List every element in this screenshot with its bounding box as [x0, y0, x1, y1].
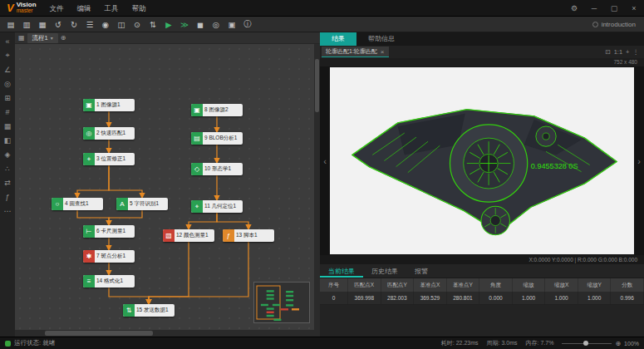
stop-icon[interactable]: ◼ — [193, 17, 208, 31]
table-row[interactable]: 0369.998282.003369.529280.8010.0001.0001… — [320, 292, 644, 305]
flow-node-14[interactable]: ≡14 格式化1 — [83, 275, 135, 288]
flow-node-label: 2 快速匹配1 — [95, 127, 135, 140]
prev-image-button[interactable]: ‹ — [320, 66, 330, 255]
flow-node-1[interactable]: ▣1 图像源1 — [83, 99, 135, 111]
module-icon: ○ — [52, 198, 63, 210]
flow-node-13[interactable]: ƒ13 脚本1 — [223, 229, 274, 242]
crosshair-icon[interactable]: + — [626, 48, 629, 56]
save-solution-icon[interactable]: ▦ — [35, 17, 50, 31]
module-icon: ▣ — [83, 99, 95, 111]
module-icon: ◎ — [83, 127, 95, 140]
defect-detection-icon[interactable]: ◈ — [0, 147, 15, 161]
add-flow-icon[interactable]: ⊕ — [61, 34, 66, 42]
collapse-icon[interactable]: « — [0, 34, 15, 48]
tab-history-result[interactable]: 历史结果 — [363, 264, 406, 278]
help-icon[interactable]: ⓘ — [240, 17, 255, 31]
module-list-icon[interactable]: ☰ — [82, 17, 97, 31]
zoom-percentage: 100% — [624, 341, 639, 347]
flow-minimap[interactable] — [253, 282, 310, 323]
communication-tools-icon[interactable]: ⇄ — [0, 175, 15, 189]
tab-alarm[interactable]: 报警 — [406, 264, 436, 278]
flow-tab[interactable]: 流程1 ▾ — [27, 33, 58, 43]
flow-node-label: 1 图像源1 — [95, 99, 135, 111]
undo-icon[interactable]: ↺ — [51, 17, 66, 31]
logic-tools-icon[interactable]: ∴ — [0, 161, 15, 175]
flow-list-icon[interactable]: ▦ — [18, 34, 25, 42]
redo-icon[interactable]: ↻ — [66, 17, 81, 31]
communication-icon[interactable]: ⇅ — [145, 17, 160, 31]
operation-interface-icon[interactable]: ▣ — [224, 17, 239, 31]
location-tools-icon[interactable]: ⌖ — [0, 48, 15, 62]
menu-item[interactable]: 编辑 — [71, 0, 98, 17]
measure-tools-icon[interactable]: ∠ — [0, 62, 15, 76]
table-cell: 1.000 — [545, 292, 578, 304]
flow-node-12[interactable]: ▧12 颜色测量1 — [163, 229, 214, 242]
magnifier-icon[interactable]: ⊕ — [615, 340, 621, 347]
part-drawing: 0.9455328 0S — [330, 67, 634, 254]
next-image-button[interactable]: › — [634, 66, 644, 255]
flow-node-6[interactable]: ⊢6 卡尺测量1 — [83, 225, 135, 238]
image-tab[interactable]: 轮廓匹配1:轮廓匹配 × — [322, 47, 389, 57]
minimize-icon[interactable]: ─ — [584, 0, 604, 17]
script-tools-icon[interactable]: ƒ — [0, 189, 15, 204]
flow-node-8[interactable]: ▣8 图像源2 — [191, 104, 243, 116]
flow-node-10[interactable]: ◇10 形态学1 — [191, 163, 243, 175]
tab-help-info[interactable]: 帮助信息 — [356, 32, 406, 46]
run-continuous-icon[interactable]: ≫ — [177, 17, 192, 31]
menu-item[interactable]: 帮助 — [125, 0, 153, 17]
zoom-slider-thumb[interactable] — [583, 341, 588, 346]
menu-item[interactable]: 工具 — [98, 0, 125, 17]
status-item: 周期: 3.0ms — [487, 339, 518, 347]
scrollbar-thumb[interactable] — [45, 331, 153, 336]
visionmaster-window: V Vision master 文件编辑工具帮助 ⚙─▢× ▤▥▦↺↻☰◉◫⊙⇅… — [0, 0, 644, 349]
close-icon[interactable]: × — [624, 0, 644, 17]
flow-vertical-scrollbar[interactable] — [314, 44, 320, 330]
more-tools-icon[interactable]: ⋯ — [0, 204, 15, 218]
run-once-icon[interactable]: ▶ — [161, 17, 176, 31]
flow-node-4[interactable]: ○4 圆查找1 — [52, 198, 103, 210]
flow-node-11[interactable]: ⌖11 几何定位1 — [191, 200, 243, 213]
flow-node-15[interactable]: ⇅15 发送数据1 — [123, 304, 175, 317]
camera-icon[interactable]: ◉ — [98, 17, 113, 31]
tab-result[interactable]: 结果 — [320, 32, 356, 46]
menu-item[interactable]: 文件 — [43, 0, 71, 17]
global-variable-icon[interactable]: ⊙ — [130, 17, 145, 31]
calibration-tools-icon[interactable]: ⊞ — [0, 91, 15, 105]
result-panel: 结果帮助信息 轮廓匹配1:轮廓匹配 × ⊡1:1+⋮ 752 x 480 ‹ — [320, 32, 644, 337]
flow-node-7[interactable]: ✱7 斑点分析1 — [83, 250, 135, 263]
flow-node-9[interactable]: ▤9 BLOB分析1 — [191, 132, 243, 145]
logo-v-icon: V — [7, 2, 14, 14]
scrollbar-thumb[interactable] — [315, 59, 319, 112]
open-solution-icon[interactable]: ▥ — [19, 17, 34, 31]
actual-size-icon[interactable]: 1:1 — [614, 48, 622, 56]
flow-node-2[interactable]: ◎2 快速匹配1 — [83, 127, 135, 140]
module-icon: A — [116, 198, 128, 210]
close-icon[interactable]: × — [381, 48, 385, 56]
table-cell: 0.000 — [479, 292, 513, 304]
maximize-icon[interactable]: ▢ — [604, 0, 624, 17]
tab-current-result[interactable]: 当前结果 — [320, 264, 363, 278]
result-tabs: 当前结果历史结果报警 — [320, 264, 644, 278]
main-toolbar: ▤▥▦↺↻☰◉◫⊙⇅▶≫◼◎▣ⓘ introduction — [0, 17, 644, 32]
image-processing-icon[interactable]: ▦ — [0, 119, 15, 133]
image-window-icon[interactable]: ◫ — [114, 17, 129, 31]
settings-icon[interactable]: ⚙ — [564, 0, 584, 17]
status-item: 耗时: 22.23ms — [441, 339, 479, 347]
zoom-slider[interactable] — [562, 340, 612, 347]
alignment-tools-icon[interactable]: # — [0, 105, 15, 119]
new-solution-icon[interactable]: ▤ — [3, 17, 18, 31]
color-processing-icon[interactable]: ◧ — [0, 133, 15, 147]
user-account[interactable]: introduction — [592, 21, 641, 28]
column-header: 缩放 — [513, 278, 546, 292]
flow-canvas[interactable]: ▣1 图像源1◎2 快速匹配1⌖3 位置修正1○4 圆查找1A5 字符识别1⊢6… — [15, 44, 320, 330]
user-label: introduction — [602, 21, 636, 28]
global-trigger-icon[interactable]: ◎ — [209, 17, 224, 31]
inspection-image[interactable]: 0.9455328 0S — [330, 67, 634, 254]
fit-window-icon[interactable]: ⊡ — [605, 48, 610, 56]
title-bar: V Vision master 文件编辑工具帮助 ⚙─▢× — [0, 0, 644, 17]
flow-horizontal-scrollbar[interactable] — [15, 330, 320, 337]
flow-node-3[interactable]: ⌖3 位置修正1 — [83, 153, 135, 165]
flow-node-5[interactable]: A5 字符识别1 — [116, 198, 168, 210]
more-icon[interactable]: ⋮ — [633, 48, 640, 56]
recognition-tools-icon[interactable]: ◎ — [0, 76, 15, 91]
